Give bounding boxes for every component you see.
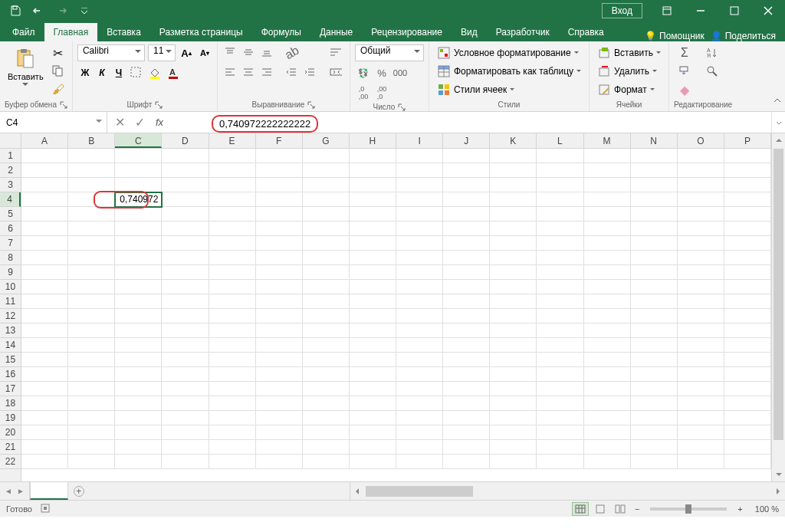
cell[interactable] [490,440,537,455]
cell[interactable] [584,163,631,178]
cell[interactable] [678,367,724,382]
cell[interactable] [21,294,68,309]
cell[interactable] [256,222,303,236]
row-header[interactable]: 4 [0,192,21,207]
cell[interactable] [490,251,537,265]
cell[interactable] [303,192,350,207]
cell[interactable] [724,411,771,425]
column-header[interactable]: G [303,133,350,148]
cell[interactable] [303,338,350,353]
cell[interactable] [678,149,724,163]
cell[interactable] [162,323,209,338]
column-header[interactable]: D [162,133,209,148]
cell[interactable] [350,207,396,222]
cell[interactable] [584,236,631,251]
cell[interactable] [256,280,303,294]
underline-button[interactable]: Ч [111,64,126,81]
cell[interactable] [396,280,443,294]
sort-filter-button[interactable]: АЯ [701,44,723,61]
cell[interactable] [209,323,256,338]
cell[interactable] [631,265,678,280]
cell[interactable] [443,382,490,396]
fill-button[interactable] [674,63,695,80]
cell[interactable] [162,222,209,236]
cell[interactable] [162,236,209,251]
cell[interactable] [21,222,68,236]
row-header[interactable]: 7 [0,236,21,251]
format-cells-button[interactable]: Формат [594,81,658,98]
cell[interactable] [303,207,350,222]
cell[interactable] [303,309,350,323]
cell[interactable] [443,425,490,440]
cell[interactable] [584,178,631,192]
cell[interactable] [303,323,350,338]
cell[interactable] [256,396,303,411]
cell[interactable] [724,425,771,440]
cell[interactable] [443,338,490,353]
cell[interactable] [256,251,303,265]
cell[interactable] [115,338,162,353]
cell[interactable] [537,323,583,338]
cell[interactable] [256,178,303,192]
cell[interactable] [256,440,303,455]
cell[interactable] [443,207,490,222]
cell[interactable] [396,265,443,280]
cell[interactable] [256,425,303,440]
cell[interactable] [350,178,396,192]
cell[interactable] [162,382,209,396]
cell[interactable] [584,294,631,309]
cell[interactable] [209,251,256,265]
cell[interactable] [584,396,631,411]
scroll-up-button[interactable] [772,133,785,147]
cell[interactable] [68,396,115,411]
cell[interactable] [115,309,162,323]
tab-home[interactable]: Главная [44,23,98,41]
cell[interactable] [490,309,537,323]
cell[interactable] [115,178,162,192]
cell[interactable] [21,265,68,280]
accounting-format-button[interactable]: 💱 [355,64,372,81]
enter-formula-button[interactable]: ✓ [130,113,149,132]
column-header[interactable]: I [396,133,443,148]
font-color-button[interactable]: A [165,64,182,81]
cell[interactable] [537,396,583,411]
signin-button[interactable]: Вход [602,3,642,18]
macro-record-button[interactable] [40,503,51,515]
row-header[interactable]: 5 [0,207,21,222]
cell[interactable] [678,251,724,265]
cell[interactable] [678,353,724,367]
cell[interactable] [678,178,724,192]
cell[interactable] [724,222,771,236]
cell[interactable] [584,323,631,338]
cell[interactable] [256,207,303,222]
cell[interactable] [350,440,396,455]
cell[interactable] [21,192,68,207]
cell[interactable] [443,367,490,382]
cell[interactable] [537,382,583,396]
row-header[interactable]: 21 [0,440,21,455]
italic-button[interactable]: К [94,64,110,81]
horizontal-scrollbar[interactable] [350,482,785,500]
cell[interactable] [537,251,583,265]
cell[interactable] [537,222,583,236]
cell[interactable] [490,396,537,411]
maximize-button[interactable] [718,0,751,21]
cell[interactable] [584,222,631,236]
cell[interactable] [115,396,162,411]
qat-customize-button[interactable] [74,2,95,20]
cell[interactable] [162,338,209,353]
add-sheet-button[interactable]: + [68,482,90,500]
cell[interactable] [21,411,68,425]
cell[interactable] [162,251,209,265]
cell[interactable] [162,163,209,178]
column-header[interactable]: P [724,133,771,148]
column-header[interactable]: L [537,133,583,148]
cell[interactable] [162,294,209,309]
cell[interactable] [68,353,115,367]
cell[interactable] [68,236,115,251]
clear-button[interactable]: ◆ [674,81,695,98]
cell[interactable] [303,353,350,367]
row-header[interactable]: 15 [0,353,21,367]
autosum-button[interactable]: Σ [674,44,695,61]
insert-function-button[interactable]: fx [150,113,169,132]
